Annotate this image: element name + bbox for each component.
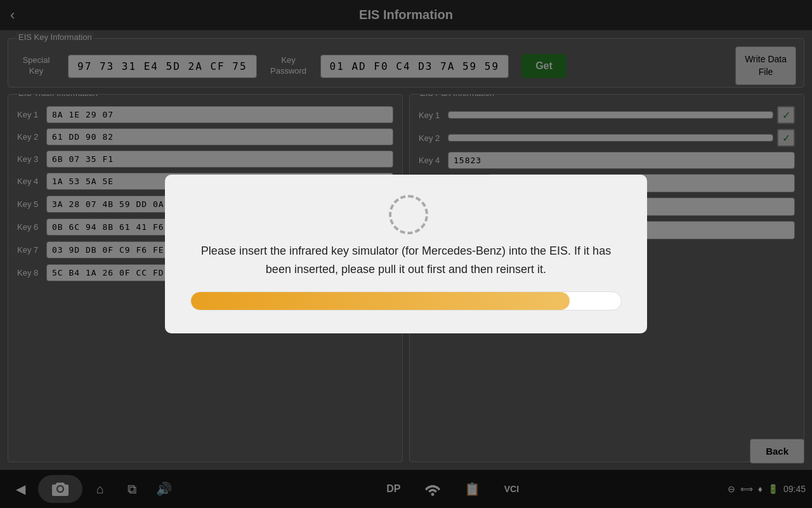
progress-bar-container: [190, 291, 622, 311]
modal-message: Please insert the infrared key simulator…: [190, 242, 622, 279]
progress-bar-fill: [191, 292, 570, 310]
modal-overlay: Please insert the infrared key simulator…: [0, 0, 812, 508]
loading-spinner: [389, 195, 423, 229]
modal-dialog: Please insert the infrared key simulator…: [165, 175, 647, 333]
